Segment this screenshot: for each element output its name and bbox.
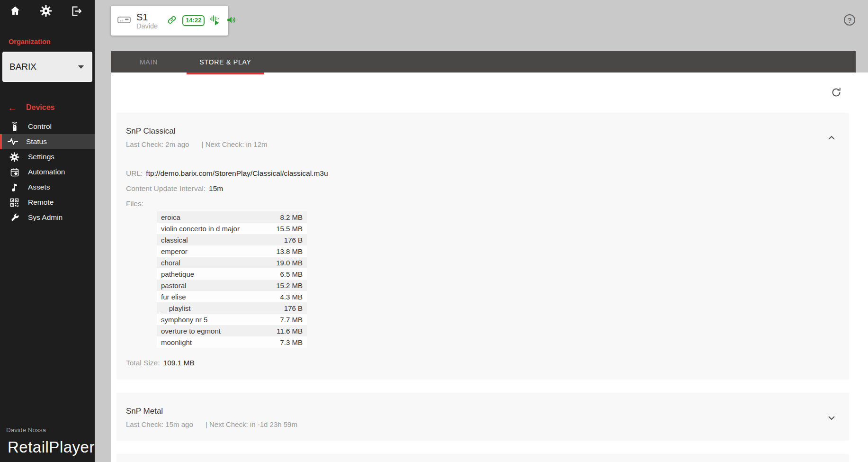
panel-title: SnP Classical bbox=[126, 127, 821, 136]
wrench-icon bbox=[9, 213, 20, 222]
home-icon[interactable] bbox=[9, 5, 21, 17]
snp-panels: SnP Classical Last Check: 2m ago | Next … bbox=[116, 113, 849, 462]
device-owner: Davide bbox=[136, 22, 158, 30]
organization-select[interactable]: BARIX bbox=[2, 52, 92, 82]
panel-snp-pop: SnP Pop bbox=[116, 454, 849, 462]
file-size: 13.8 MB bbox=[276, 247, 303, 255]
sidebar-item-label: Sys Admin bbox=[28, 213, 63, 222]
url-value: ftp://demo.barix.com/StorenPlay/Classica… bbox=[146, 169, 328, 178]
file-size: 15.5 MB bbox=[276, 225, 303, 233]
sidebar-item-sys-admin[interactable]: Sys Admin bbox=[0, 210, 95, 225]
total-line: Total Size: 109.1 MB bbox=[126, 359, 840, 367]
help-button[interactable]: ? bbox=[844, 14, 855, 26]
refresh-icon[interactable] bbox=[831, 87, 842, 98]
file-name: moonlight bbox=[161, 338, 192, 346]
sidebar-footer: Davide Nossa RetailPlayer bbox=[0, 426, 95, 462]
panel-header[interactable]: SnP Pop bbox=[116, 454, 849, 462]
url-label: URL: bbox=[126, 169, 143, 178]
file-row: eroica8.2 MB bbox=[157, 211, 307, 223]
panel-snp-classical: SnP Classical Last Check: 2m ago | Next … bbox=[116, 113, 849, 380]
total-size-value: 109.1 MB bbox=[163, 359, 195, 367]
interval-value: 15m bbox=[209, 184, 223, 193]
file-name: symphony nr 5 bbox=[161, 316, 207, 324]
panel-header[interactable]: SnP Classical Last Check: 2m ago | Next … bbox=[116, 113, 849, 148]
file-name: violin concerto in d major bbox=[161, 225, 240, 233]
file-row: choral19.0 MB bbox=[157, 257, 307, 268]
sidebar-item-control[interactable]: Control bbox=[0, 119, 95, 134]
sidebar-item-automation[interactable]: Automation bbox=[0, 164, 95, 180]
activity-icon bbox=[7, 137, 18, 146]
sidebar-item-settings[interactable]: Settings bbox=[0, 149, 95, 164]
sidebar-item-label: Assets bbox=[28, 183, 50, 191]
panel-meta: Last Check: 15m ago | Next Check: in -1d… bbox=[126, 420, 821, 428]
sidebar-item-label: Automation bbox=[28, 168, 65, 176]
back-arrow-icon[interactable]: ← bbox=[8, 103, 17, 112]
remote-control-icon bbox=[9, 121, 20, 132]
brand-logo: RetailPlayer bbox=[8, 438, 95, 456]
logout-icon[interactable] bbox=[70, 5, 82, 17]
chevron-down-icon[interactable] bbox=[828, 414, 835, 422]
file-name: __playlist bbox=[161, 304, 191, 312]
interval-line: Content Update Interval: 15m bbox=[126, 184, 840, 193]
sidebar-top-icons bbox=[0, 0, 95, 17]
tab-store-and-play[interactable]: STORE & PLAY bbox=[187, 51, 264, 72]
file-name: choral bbox=[161, 259, 180, 267]
file-row: classical176 B bbox=[157, 234, 307, 245]
file-size: 11.6 MB bbox=[277, 327, 303, 335]
panel-title: SnP Metal bbox=[126, 407, 821, 416]
file-row: __playlist176 B bbox=[157, 302, 307, 314]
files-table: eroica8.2 MBviolin concerto in d major15… bbox=[157, 211, 307, 348]
organization-label: Organization bbox=[9, 38, 95, 45]
file-row: overture to egmont11.6 MB bbox=[157, 325, 307, 336]
chevron-up-icon[interactable] bbox=[828, 134, 835, 142]
sidebar-item-status[interactable]: Status bbox=[0, 134, 95, 149]
file-size: 7.3 MB bbox=[280, 338, 303, 346]
devices-header: ← Devices bbox=[8, 103, 95, 112]
file-size: 4.3 MB bbox=[280, 293, 303, 301]
device-icon bbox=[117, 14, 131, 27]
file-size: 15.2 MB bbox=[276, 281, 303, 290]
sidebar-item-label: Remote bbox=[28, 198, 54, 207]
gear-icon bbox=[9, 152, 20, 162]
clock-badge: 14:22 bbox=[182, 15, 205, 26]
sidebar-menu: Control Status bbox=[0, 119, 95, 225]
file-size: 6.5 MB bbox=[280, 270, 303, 278]
panel-snp-metal: SnP Metal Last Check: 15m ago | Next Che… bbox=[116, 393, 849, 441]
files-label: Files: bbox=[126, 199, 840, 208]
file-name: pastoral bbox=[161, 281, 186, 290]
tab-main[interactable]: MAIN bbox=[111, 51, 187, 72]
gear-icon[interactable] bbox=[40, 5, 52, 17]
content-area: SnP Classical Last Check: 2m ago | Next … bbox=[111, 72, 868, 462]
last-check: Last Check: 15m ago bbox=[126, 420, 193, 428]
device-status-icons: 14:22 bbox=[166, 14, 237, 28]
next-check: | Next Check: in 12m bbox=[202, 140, 268, 148]
file-row: pastoral15.2 MB bbox=[157, 280, 307, 291]
file-size: 176 B bbox=[284, 304, 303, 312]
qr-code-icon bbox=[9, 198, 20, 207]
tab-bar: MAIN STORE & PLAY bbox=[111, 51, 856, 72]
sidebar-item-assets[interactable]: Assets bbox=[0, 180, 95, 195]
main-area: S1 Davide 14:22 bbox=[95, 0, 868, 462]
file-size: 19.0 MB bbox=[276, 259, 303, 267]
file-row: violin concerto in d major15.5 MB bbox=[157, 223, 307, 234]
audio-playing-icon bbox=[209, 14, 221, 28]
interval-label: Content Update Interval: bbox=[126, 184, 206, 193]
total-size-label: Total Size: bbox=[126, 359, 160, 367]
file-name: classical bbox=[161, 236, 188, 244]
file-row: emperor13.8 MB bbox=[157, 245, 307, 257]
device-card[interactable]: S1 Davide 14:22 bbox=[111, 6, 228, 36]
devices-section-label: Devices bbox=[26, 103, 55, 112]
panel-header[interactable]: SnP Metal Last Check: 15m ago | Next Che… bbox=[116, 393, 849, 441]
sidebar-item-remote[interactable]: Remote bbox=[0, 195, 95, 210]
sidebar-item-label: Status bbox=[26, 137, 47, 146]
link-icon bbox=[166, 15, 178, 27]
file-row: fur elise4.3 MB bbox=[157, 291, 307, 302]
file-row: symphony nr 57.7 MB bbox=[157, 314, 307, 325]
panel-body: URL: ftp://demo.barix.com/StorenPlay/Cla… bbox=[116, 169, 849, 380]
next-check: | Next Check: in -1d 23h 59m bbox=[206, 420, 297, 428]
file-name: overture to egmont bbox=[161, 327, 221, 335]
calendar-gear-icon bbox=[9, 167, 20, 177]
logged-in-user: Davide Nossa bbox=[6, 426, 95, 434]
chevron-down-icon bbox=[78, 65, 84, 69]
file-name: eroica bbox=[161, 213, 180, 221]
